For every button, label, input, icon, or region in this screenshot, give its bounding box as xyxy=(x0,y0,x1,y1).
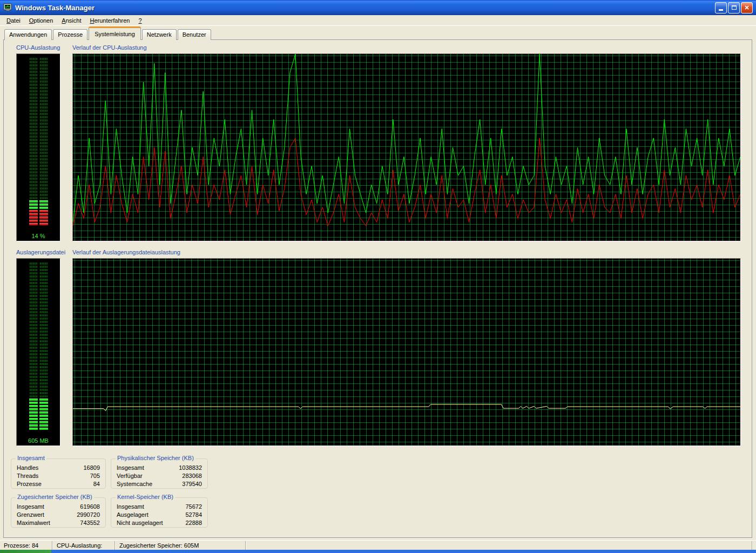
pagefile-gauge-value: 605 MB xyxy=(17,437,60,444)
close-icon: ✕ xyxy=(744,4,749,11)
stat-row: Insgesamt1038832 xyxy=(111,464,207,472)
stat-row: Ausgelagert52784 xyxy=(111,511,207,519)
pagefile-gauge-label: Auslagerungsdatei xyxy=(16,249,65,255)
tab-benutzer[interactable]: Benutzer xyxy=(178,29,211,40)
minimize-icon xyxy=(719,9,723,11)
stat-row: Threads705 xyxy=(11,472,105,480)
cpu-history-chart-svg xyxy=(73,54,740,241)
stat-row: Verfügbar283068 xyxy=(111,472,207,480)
tabstrip: Anwendungen Prozesse Systemleistung Netz… xyxy=(4,26,212,40)
menu-datei[interactable]: Datei xyxy=(2,16,25,25)
cpu-gauge-segments xyxy=(17,58,60,226)
menu-optionen[interactable]: Optionen xyxy=(25,16,58,25)
start-button-edge[interactable] xyxy=(0,550,51,553)
cpu-history-label: Verlauf der CPU-Auslastung xyxy=(72,44,147,51)
pagefile-history-graph xyxy=(72,258,741,446)
group-zugesicherter-speicher-title: Zugesicherter Speicher (KB) xyxy=(16,494,94,500)
pagefile-gauge-segments xyxy=(17,262,60,431)
pagefile-history-label: Verlauf der Auslagerungsdateiauslastung xyxy=(72,249,180,255)
stat-row: Insgesamt619608 xyxy=(11,503,105,511)
status-cpu-auslastung: CPU-Auslastung: 14% xyxy=(53,541,115,550)
close-button[interactable]: ✕ xyxy=(741,2,753,14)
statusbar: Prozesse: 84 CPU-Auslastung: 14% Zugesic… xyxy=(0,540,756,550)
group-kernel-speicher: Kernel-Speicher (KB) Insgesamt75672 Ausg… xyxy=(111,497,208,528)
menu-herunterfahren[interactable]: Herunterfahren xyxy=(85,16,134,25)
tab-anwendungen[interactable]: Anwendungen xyxy=(4,29,52,40)
maximize-restore-button[interactable] xyxy=(728,2,740,14)
tab-prozesse[interactable]: Prozesse xyxy=(53,29,87,40)
stat-row: Handles16809 xyxy=(11,464,105,472)
tab-systemleistung[interactable]: Systemleistung xyxy=(89,26,141,40)
cpu-usage-gauge: 14 % xyxy=(16,53,60,241)
menu-ansicht[interactable]: Ansicht xyxy=(57,16,85,25)
group-physikalischer-speicher: Physikalischer Speicher (KB) Insgesamt10… xyxy=(111,458,208,489)
window-title: Windows Task-Manager xyxy=(15,4,94,12)
stat-row: Prozesse84 xyxy=(11,480,105,488)
tab-netzwerk[interactable]: Netzwerk xyxy=(142,29,177,40)
task-manager-icon xyxy=(3,3,12,12)
group-kernel-speicher-title: Kernel-Speicher (KB) xyxy=(116,494,175,500)
status-spacer xyxy=(246,541,752,550)
pagefile-history-chart-svg xyxy=(73,259,740,446)
taskbar-edge[interactable] xyxy=(0,550,756,553)
stat-row: Grenzwert2990720 xyxy=(11,511,105,519)
status-zugesicherter-speicher: Zugesicherter Speicher: 605M xyxy=(116,541,246,550)
menu-hilfe[interactable]: ? xyxy=(134,16,146,25)
group-insgesamt-title: Insgesamt xyxy=(16,455,46,461)
stat-row: Nicht ausgelagert22888 xyxy=(111,519,207,527)
titlebar[interactable]: Windows Task-Manager ✕ xyxy=(0,0,756,15)
stat-row: Maximalwert743552 xyxy=(11,519,105,527)
group-zugesicherter-speicher: Zugesicherter Speicher (KB) Insgesamt619… xyxy=(11,497,106,528)
menubar: Datei Optionen Ansicht Herunterfahren ? xyxy=(0,15,756,26)
cpu-gauge-value: 14 % xyxy=(17,233,60,239)
stat-row: Insgesamt75672 xyxy=(111,503,207,511)
minimize-button[interactable] xyxy=(715,2,727,14)
cpu-history-graph xyxy=(72,53,741,241)
pagefile-usage-gauge: 605 MB xyxy=(16,258,60,446)
group-physikalischer-speicher-title: Physikalischer Speicher (KB) xyxy=(116,455,195,461)
group-insgesamt: Insgesamt Handles16809 Threads705 Prozes… xyxy=(11,458,106,489)
restore-icon xyxy=(732,5,737,10)
stat-row: Systemcache379540 xyxy=(111,480,207,488)
status-prozesse: Prozesse: 84 xyxy=(0,541,52,550)
cpu-gauge-label: CPU-Auslastung xyxy=(16,44,60,51)
